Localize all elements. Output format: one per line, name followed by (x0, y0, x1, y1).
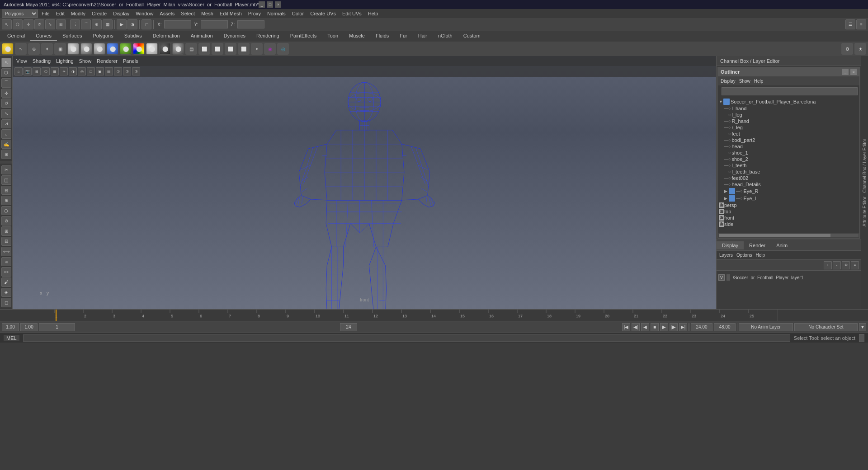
expand-eye-r[interactable]: ▶ (724, 189, 729, 193)
menu-proxy[interactable]: Proxy (245, 10, 264, 17)
rotate-tool-btn[interactable]: ↺ (34, 19, 44, 29)
rotate-tool[interactable]: ↺ (1, 99, 11, 108)
tab-fur[interactable]: Fur (394, 32, 413, 41)
playback-go-start[interactable]: |◀ (622, 323, 630, 331)
playback-step-back[interactable]: ◀| (632, 323, 640, 331)
mode-select[interactable]: Polygons (2, 9, 38, 18)
tree-item-bodi[interactable]: —○ bodi_part2 (719, 137, 859, 143)
vp-btn-home[interactable]: ⌂ (14, 67, 23, 75)
extrude-tool[interactable]: ◫ (1, 175, 11, 185)
quick-sel-tool[interactable]: ◈ (1, 288, 11, 297)
menu-help[interactable]: Help (365, 10, 381, 17)
command-input[interactable] (23, 334, 790, 342)
shelf-render2[interactable]: ⬜ (212, 43, 223, 55)
shelf-anim1[interactable]: ✦ (251, 43, 263, 55)
select-tool-btn[interactable]: ↖ (2, 19, 12, 29)
close-btn[interactable]: × (275, 1, 281, 8)
vp-btn-display2[interactable]: ② (123, 67, 131, 75)
channel-box-label[interactable]: Channel Box / Layer Editor (862, 139, 867, 193)
layer-tab-render[interactable]: Render (744, 241, 771, 249)
bevel-tool[interactable]: ⬡ (1, 206, 11, 216)
shelf-render3[interactable]: ⬜ (225, 43, 236, 55)
vp-btn-textured[interactable]: ▦ (51, 67, 59, 75)
playback-stop[interactable]: ■ (651, 323, 659, 331)
skew-tool[interactable]: ⊿ (1, 119, 11, 129)
menu-window[interactable]: Window (133, 10, 156, 17)
menu-display[interactable]: Display (110, 10, 132, 17)
vp-panels[interactable]: Panels (123, 58, 138, 64)
tab-dynamics[interactable]: Dynamics (218, 32, 251, 41)
layer-new-btn[interactable]: + (824, 261, 832, 269)
menu-edit-uvs[interactable]: Edit UVs (340, 10, 364, 17)
multi-cut-tool[interactable]: ✂ (1, 165, 11, 175)
tab-toon[interactable]: Toon (322, 32, 344, 41)
sphere-multicolor[interactable]: ⬤ (133, 43, 145, 55)
x-input[interactable] (164, 20, 191, 28)
tab-custom[interactable]: Custom (458, 32, 486, 41)
snap-point-btn[interactable]: ⊕ (92, 19, 102, 29)
outliner-menu-display[interactable]: Display (721, 79, 736, 84)
tree-item-r-hand[interactable]: —○ R_hand (719, 118, 859, 124)
attr-editor-toggle[interactable]: ≡ (856, 19, 866, 29)
tree-item-l-teeth[interactable]: —○ l_teeth (719, 162, 859, 169)
attribute-editor-label[interactable]: Attribute Editor (862, 197, 867, 226)
shelf-render4[interactable]: ⬜ (238, 43, 250, 55)
outliner-scrollbar-thumb[interactable] (719, 234, 830, 237)
minimize-btn[interactable]: _ (259, 1, 265, 8)
menu-edit[interactable]: Edit (53, 10, 67, 17)
scale-tool-btn[interactable]: ⤡ (45, 19, 55, 29)
timeline-start-field[interactable] (2, 323, 19, 331)
anim-layer-display[interactable]: No Anim Layer (739, 323, 793, 331)
playback-go-end[interactable]: ▶| (679, 323, 687, 331)
tree-item-shoe1[interactable]: —○ shoe_1 (719, 150, 859, 156)
timeline-ruler[interactable] (54, 310, 778, 321)
menu-create[interactable]: Create (89, 10, 109, 17)
offset-edge-tool[interactable]: ⊟ (1, 237, 11, 246)
layer-options-btn[interactable]: ≡ (851, 261, 859, 269)
sphere-blue[interactable]: ⬤ (107, 43, 118, 55)
timeline-canvas[interactable] (54, 310, 778, 321)
expand-eye-l[interactable]: ▶ (724, 196, 729, 201)
statusbar-expand-btn[interactable] (859, 334, 864, 342)
menu-assets[interactable]: Assets (157, 10, 177, 17)
playback-play[interactable]: ▶ (660, 323, 668, 331)
menu-create-uvs[interactable]: Create UVs (307, 10, 339, 17)
lasso-tool[interactable]: ⌒ (1, 78, 11, 88)
render-btn[interactable]: ▶ (117, 19, 127, 29)
viewport-3d[interactable]: View Shading Lighting Show Renderer Pane… (13, 56, 716, 309)
vp-lighting[interactable]: Lighting (56, 58, 74, 64)
layer-settings-btn[interactable]: ⚙ (842, 261, 850, 269)
tab-animation[interactable]: Animation (185, 32, 218, 41)
vp-btn-shadows[interactable]: ◑ (69, 67, 77, 75)
show-hide-btn[interactable]: ◻ (142, 19, 151, 29)
vp-renderer[interactable]: Renderer (97, 58, 118, 64)
tree-item-l-leg[interactable]: —○ l_leg (719, 112, 859, 118)
tab-painteffects[interactable]: PaintEffects (285, 32, 322, 41)
snap-surface-btn[interactable]: ▦ (103, 19, 113, 29)
paint-attr-tool[interactable]: 🖌 (1, 277, 11, 287)
tab-curves[interactable]: Curves (30, 32, 57, 41)
timeline-range-end[interactable] (691, 323, 712, 331)
character-set-display[interactable]: No Character Set (794, 323, 858, 331)
timeline-marker[interactable]: 1 (39, 323, 75, 331)
tree-item-l-teeth-base[interactable]: —○ l_teeth_base (719, 169, 859, 175)
shelf-anim3[interactable]: ◎ (277, 43, 289, 55)
outliner-close-btn[interactable]: × (850, 69, 857, 75)
menu-select[interactable]: Select (178, 10, 198, 17)
sphere-yellow[interactable]: ⬤ (2, 43, 14, 55)
scale-tool[interactable]: ⤡ (1, 109, 11, 118)
tree-item-eye-l[interactable]: ▶ —○ Eye_L (719, 195, 859, 202)
menu-file[interactable]: File (39, 10, 52, 17)
shelf-icon-5[interactable]: ▣ (54, 43, 66, 55)
layer-subtab-layers[interactable]: Layers (719, 253, 733, 258)
shelf-texture[interactable]: ▤ (185, 43, 197, 55)
playback-back[interactable]: ◀ (641, 323, 649, 331)
snap-curve-btn[interactable]: ⌒ (81, 19, 91, 29)
window-controls[interactable]: _ □ × (259, 1, 281, 8)
vp-btn-res[interactable]: □ (87, 67, 95, 75)
tab-rendering[interactable]: Rendering (251, 32, 285, 41)
layer-delete-btn[interactable]: - (833, 261, 841, 269)
tab-fluids[interactable]: Fluids (370, 32, 394, 41)
maximize-btn[interactable]: □ (267, 1, 273, 8)
split-tool[interactable]: ⊘ (1, 216, 11, 226)
